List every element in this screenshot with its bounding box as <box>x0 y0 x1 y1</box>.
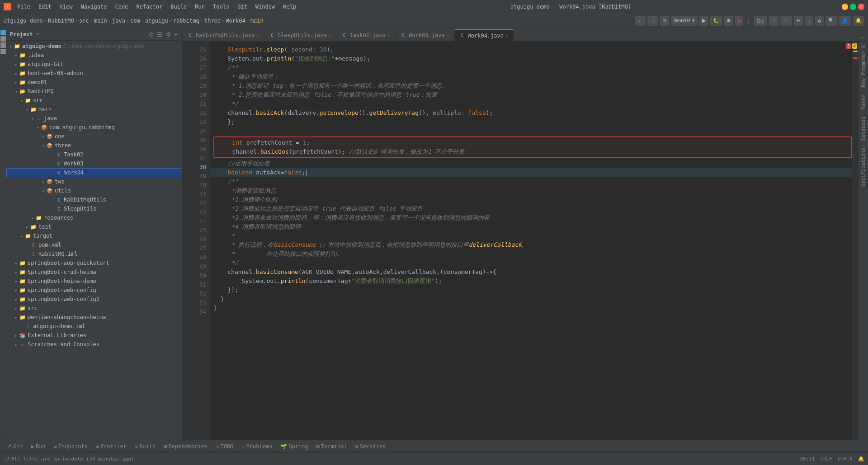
tab-close-btn-active[interactable]: × <box>506 33 509 38</box>
git-revert[interactable]: ↩ <box>794 16 803 26</box>
code-content-area[interactable]: SleepUtils.sleep( second: 30); System.ou… <box>210 42 852 440</box>
toolbar-endpoints[interactable]: ⇄ Endpoints <box>50 442 91 451</box>
tree-item-main[interactable]: ▾ 📁 main <box>6 105 182 114</box>
commit-icon[interactable] <box>0 36 6 42</box>
tree-item-wenjian[interactable]: ▸ 📁 wenjian-shangchuan-heima <box>6 313 182 322</box>
breadcrumb-item-rabbitmq2[interactable]: rabbitmq <box>173 18 199 24</box>
breadcrumb-item-java[interactable]: java <box>112 18 125 24</box>
menu-build[interactable]: Build <box>167 3 190 11</box>
tree-item-three-pkg[interactable]: ▾ 📦 three <box>6 141 182 150</box>
tree-item-springboot-crud[interactable]: ▸ 📁 SpringBoot-crud-heima <box>6 268 182 277</box>
database-panel[interactable]: Database <box>859 113 867 144</box>
maven-panel[interactable]: Maven <box>859 91 867 113</box>
tree-item-work03[interactable]: C Work03 <box>6 159 182 168</box>
tree-item-resources[interactable]: ▸ 📁 resources <box>6 213 182 222</box>
code-editor[interactable]: 25 26 27 28 29 30 31 32 33 34 35 36 37 3… <box>183 42 858 440</box>
status-encoding[interactable]: UTF-8 <box>838 456 853 462</box>
toolbar-git[interactable]: ⎇ Git <box>2 442 27 451</box>
close-button[interactable]: × <box>858 4 864 10</box>
notification-button[interactable]: 🔔 <box>853 16 864 26</box>
tree-item-external-libs[interactable]: ▸ 📚 External Libraries <box>6 331 182 340</box>
menu-tools[interactable]: Tools <box>209 3 233 11</box>
panel-minimize-button[interactable]: − <box>173 30 179 39</box>
toolbar-build[interactable]: ⚒ Build <box>131 442 159 451</box>
tab-sleeputils[interactable]: C SleepUtils.java × <box>264 29 336 41</box>
menu-window[interactable]: Window <box>252 3 278 11</box>
tree-item-springboot-web2[interactable]: ▸ 📁 springboot-web-config2 <box>6 295 182 304</box>
project-icon[interactable] <box>0 30 6 35</box>
git-pull[interactable]: ↓ <box>805 16 813 26</box>
tree-item-rabbitmq-iml[interactable]: I RabbitMQ.iml <box>6 249 182 258</box>
breadcrumb-item-com[interactable]: com <box>130 18 140 24</box>
menu-edit[interactable]: Edit <box>35 3 55 11</box>
key-promoter-panel[interactable]: Key Promoter X <box>859 42 867 91</box>
tree-item-pom[interactable]: X pom.xml <box>6 240 182 249</box>
toolbar-services[interactable]: ⊛ Services <box>352 442 390 451</box>
menu-file[interactable]: File <box>14 3 34 11</box>
breadcrumb-item-atguigu[interactable]: atguigu-demo <box>4 18 43 24</box>
tree-item-boot-web[interactable]: ▸ 📁 boot-web-05-admin <box>6 69 182 78</box>
breadcrumb-item-rabbitmq[interactable]: RabbitMQ <box>48 18 74 24</box>
tree-item-task02[interactable]: C Task02 <box>6 150 182 159</box>
toolbar-problems[interactable]: ⚠ Problems <box>238 442 276 451</box>
tree-item-atguigu-git[interactable]: ▸ 📁 atguigu-Git <box>6 60 182 69</box>
nav-forward-button[interactable]: → <box>647 16 658 26</box>
tree-item-idea[interactable]: ▸ 📁 .idea <box>6 51 182 60</box>
toolbar-terminal[interactable]: ⊞ Terminal <box>313 442 351 451</box>
breadcrumb-item-atguigu2[interactable]: atguigu <box>145 18 168 24</box>
tab-close-btn[interactable]: × <box>257 33 259 38</box>
stop-button[interactable]: ■ <box>735 16 744 26</box>
git-button[interactable]: Git: <box>754 16 767 26</box>
tree-item-root[interactable]: ▾ 📁 atguigu-demo E:\idea-workspace\atgui… <box>6 42 182 51</box>
toolbar-run[interactable]: ▶ Run <box>28 442 49 451</box>
tree-item-utils[interactable]: ▾ 📦 utils <box>6 186 182 195</box>
tree-item-sleeputils[interactable]: C SleepUtils <box>6 204 182 213</box>
minimize-button[interactable]: − <box>842 4 848 10</box>
notifications-panel[interactable]: Notifications <box>859 144 867 190</box>
breadcrumb-item-three[interactable]: three <box>204 18 221 24</box>
run-coverage-button[interactable]: ⊕ <box>724 16 733 26</box>
tree-item-springboot-heima[interactable]: ▸ 📁 SpringBoot-heima-demo <box>6 277 182 286</box>
breadcrumb-item-work04[interactable]: Work04 <box>226 18 245 24</box>
toolbar-dependencies[interactable]: ⊞ Dependencies <box>160 442 211 451</box>
panel-settings-button[interactable]: ⚙ <box>165 30 172 39</box>
tree-item-springboot-web[interactable]: ▸ 📁 springboot-web-config <box>6 286 182 295</box>
menu-view[interactable]: View <box>56 3 76 11</box>
tree-item-work04[interactable]: C Work04 <box>6 168 182 177</box>
tab-close-btn[interactable]: × <box>329 33 331 38</box>
tree-item-src2[interactable]: ▸ 📁 src <box>6 304 182 313</box>
tree-item-target[interactable]: ▸ 📁 target <box>6 231 182 240</box>
status-line-sep[interactable]: CRLF <box>820 456 832 462</box>
nav-back-button[interactable]: ← <box>635 16 646 26</box>
translate-button[interactable]: A <box>815 16 824 26</box>
tree-item-src[interactable]: ▾ 📁 src <box>6 96 182 105</box>
menu-code[interactable]: Code <box>112 3 132 11</box>
tree-item-one[interactable]: ▸ 📦 one <box>6 132 182 141</box>
menu-refactor[interactable]: Refactor <box>132 3 166 11</box>
breadcrumb-item-method[interactable]: main <box>250 18 264 24</box>
maximize-button[interactable]: □ <box>850 4 856 10</box>
menu-help[interactable]: Help <box>279 3 300 11</box>
tab-task02[interactable]: C Task02.java × <box>336 29 396 41</box>
git-action[interactable]: ✓↑ <box>780 16 793 26</box>
status-position[interactable]: 38:31 <box>800 456 815 462</box>
panel-dropdown-arrow[interactable]: ▾ <box>37 31 40 37</box>
git-checkmark[interactable]: ✓ <box>769 16 778 26</box>
tab-work04[interactable]: C Work04.java × <box>455 29 514 41</box>
status-git-icon[interactable]: ⎇ All files are up-to-date (24 minutes a… <box>4 456 134 462</box>
tree-item-rabbitmqutils[interactable]: C RabbitMqUtils <box>6 195 182 204</box>
panel-locate-button[interactable]: ⊙ <box>148 30 155 39</box>
run-config-button[interactable]: Work04 ▾ <box>671 16 698 26</box>
status-notifications[interactable]: 🔔 <box>858 456 864 462</box>
tree-item-two[interactable]: ▸ 📦 two <box>6 177 182 186</box>
tree-item-scratches[interactable]: ▸ ✏ Scratches and Consoles <box>6 340 182 349</box>
tab-more-button[interactable]: ⋯ <box>859 34 868 41</box>
tree-item-demo01[interactable]: ▸ 📁 demo01 <box>6 78 182 87</box>
debug-button[interactable]: 🐛 <box>710 16 722 26</box>
tree-item-java[interactable]: ▾ ☕ java <box>6 114 182 123</box>
tab-close-btn[interactable]: × <box>388 33 391 38</box>
menu-navigate[interactable]: Navigate <box>77 3 111 11</box>
tab-close-btn[interactable]: × <box>447 33 449 38</box>
nav-recent-button[interactable]: ⊙ <box>660 16 669 26</box>
menu-run[interactable]: Run <box>191 3 208 11</box>
